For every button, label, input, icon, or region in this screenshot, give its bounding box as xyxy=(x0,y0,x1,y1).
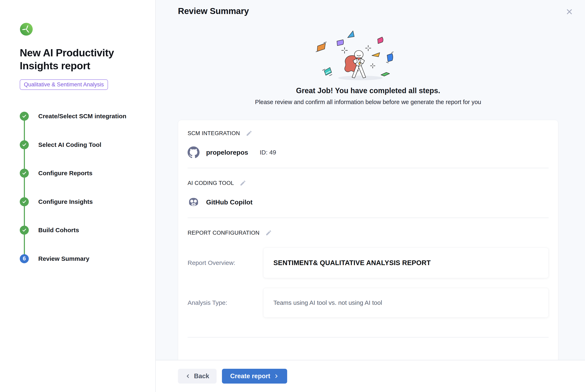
review-summary-panel: Review Summary xyxy=(156,0,585,392)
github-copilot-icon xyxy=(188,196,200,208)
scm-integration-section-header: SCM INTEGRATION xyxy=(188,130,548,136)
step-label: Configure Insights xyxy=(38,197,93,206)
confetti-blue xyxy=(387,54,393,62)
edit-icon xyxy=(240,180,246,186)
scm-integration-label: SCM INTEGRATION xyxy=(188,130,240,136)
wizard-footer: Back Create report xyxy=(156,360,585,392)
report-configuration-label: REPORT CONFIGURATION xyxy=(188,230,260,236)
propeller-logo-icon xyxy=(20,22,33,36)
ai-coding-tool-name: GitHub Copilot xyxy=(206,198,252,206)
report-overview-label: Report Overview: xyxy=(188,259,263,266)
back-button[interactable]: Back xyxy=(178,369,216,384)
edit-report-configuration-button[interactable] xyxy=(265,230,272,236)
section-divider xyxy=(188,337,548,338)
wizard-stepper: Create/Select SCM integration Select AI … xyxy=(20,112,147,282)
superhero-figure xyxy=(344,50,366,78)
ai-coding-tool-section-header: AI CODING TOOL xyxy=(188,180,548,186)
analysis-type-label: Analysis Type: xyxy=(188,299,263,306)
completion-hero: Great Job! You have completed all steps.… xyxy=(178,26,558,106)
celebration-superhero-illustration xyxy=(306,26,430,84)
edit-ai-coding-tool-button[interactable] xyxy=(240,180,246,186)
step-label: Build Cohorts xyxy=(38,226,79,235)
step-review-summary[interactable]: 6 Review Summary xyxy=(20,254,147,283)
panel-scroll-area[interactable]: Review Summary xyxy=(156,0,585,360)
scm-integration-name: propelorepos xyxy=(206,149,248,156)
confetti-purple xyxy=(337,40,344,46)
check-icon xyxy=(22,114,27,119)
scm-integration-row: propelorepos ID: 49 xyxy=(188,146,548,158)
report-overview-value: SENTIMENT& QUALITATIVE ANALYSIS REPORT xyxy=(273,259,431,266)
check-icon xyxy=(22,170,27,176)
confetti-pink xyxy=(378,37,383,44)
panel-title: Review Summary xyxy=(178,6,558,16)
edit-scm-integration-button[interactable] xyxy=(246,130,252,136)
analysis-type-value: Teams using AI tool vs. not using AI too… xyxy=(273,299,382,306)
scm-integration-id: ID: 49 xyxy=(260,149,276,156)
app-window: New AI Productivity Insights report Qual… xyxy=(0,0,585,392)
chevron-right-icon xyxy=(274,374,279,379)
section-divider xyxy=(188,218,548,218)
step-completed-circle xyxy=(20,112,29,121)
step-completed-circle xyxy=(20,140,29,149)
confetti-skyblue xyxy=(348,31,354,38)
step-build-cohorts[interactable]: Build Cohorts xyxy=(20,226,147,254)
step-label: Create/Select SCM integration xyxy=(38,112,126,121)
step-active-circle: 6 xyxy=(20,254,29,263)
analysis-type-row: Analysis Type: Teams using AI tool vs. n… xyxy=(188,288,548,318)
step-label: Review Summary xyxy=(38,254,89,263)
step-completed-circle xyxy=(20,169,29,178)
report-configuration-section-header: REPORT CONFIGURATION xyxy=(188,230,548,236)
step-number: 6 xyxy=(23,256,26,262)
check-icon xyxy=(22,142,27,148)
step-completed-circle xyxy=(20,226,29,235)
step-create-select-scm-integration[interactable]: Create/Select SCM integration xyxy=(20,112,147,140)
medal xyxy=(358,62,360,64)
analysis-type-badge: Qualitative & Sentiment Analysis xyxy=(20,80,108,90)
wizard-sidebar: New AI Productivity Insights report Qual… xyxy=(0,0,156,392)
confetti-gold xyxy=(372,53,380,57)
report-overview-box: SENTIMENT& QUALITATIVE ANALYSIS REPORT xyxy=(263,248,548,278)
create-report-button[interactable]: Create report xyxy=(222,369,287,384)
confetti-orange xyxy=(317,43,326,52)
create-report-button-label: Create report xyxy=(230,372,270,380)
ai-coding-tool-label: AI CODING TOOL xyxy=(188,180,234,186)
hero-subheading: Please review and confirm all informatio… xyxy=(178,99,558,106)
analysis-type-box: Teams using AI tool vs. not using AI too… xyxy=(263,288,548,318)
step-label: Select AI Coding Tool xyxy=(38,140,102,149)
step-label: Configure Reports xyxy=(38,169,92,178)
check-icon xyxy=(22,228,27,233)
chevron-left-icon xyxy=(185,374,191,379)
back-button-label: Back xyxy=(194,372,209,380)
ai-coding-tool-row: GitHub Copilot xyxy=(188,196,548,208)
report-overview-row: Report Overview: SENTIMENT& QUALITATIVE … xyxy=(188,248,548,278)
step-configure-reports[interactable]: Configure Reports xyxy=(20,169,147,197)
hero-heading: Great Job! You have completed all steps. xyxy=(178,86,558,95)
close-button[interactable] xyxy=(565,8,574,16)
step-configure-insights[interactable]: Configure Insights xyxy=(20,197,147,226)
close-icon xyxy=(565,8,574,16)
confetti-green xyxy=(381,72,390,76)
step-select-ai-coding-tool[interactable]: Select AI Coding Tool xyxy=(20,140,147,169)
summary-card: SCM INTEGRATION propelorepos ID: 49 AI C… xyxy=(178,120,558,360)
edit-icon xyxy=(246,130,252,136)
confetti-teal xyxy=(324,68,332,75)
github-icon xyxy=(188,146,200,158)
wizard-title: New AI Productivity Insights report xyxy=(20,46,135,72)
section-divider xyxy=(188,168,548,168)
step-completed-circle xyxy=(20,197,29,206)
check-icon xyxy=(22,199,27,204)
edit-icon xyxy=(265,230,272,236)
